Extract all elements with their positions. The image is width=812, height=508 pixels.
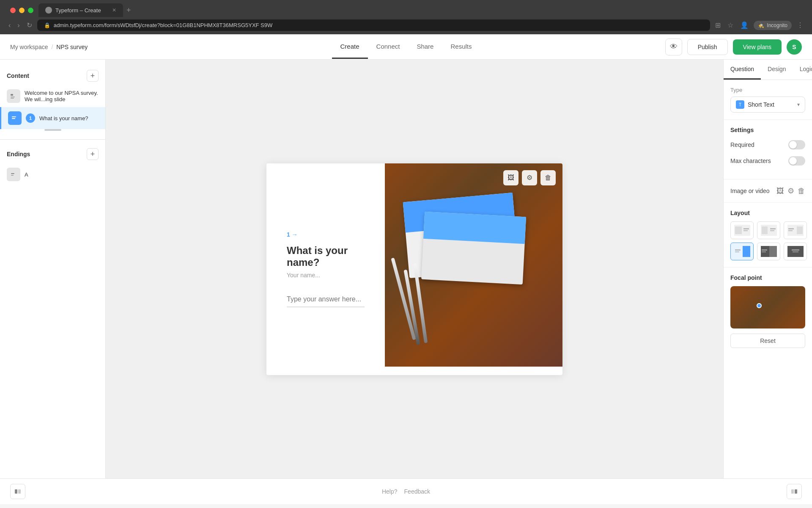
add-content-button[interactable]: + [87,70,99,82]
svg-rect-31 [18,489,21,494]
toggle-panel-button[interactable] [10,484,25,499]
focal-section: Focal point Reset [724,267,812,355]
svg-rect-16 [797,226,803,234]
avatar[interactable]: S [787,39,802,55]
image-add-button[interactable]: 🖼 [776,186,784,196]
view-plans-button[interactable]: View plans [733,39,782,55]
max-characters-toggle[interactable] [788,156,805,166]
endings-label: Endings [7,151,30,157]
bottom-center: Help? Feedback [382,488,430,495]
profile-button[interactable]: 👤 [738,19,750,31]
breadcrumb-workspace[interactable]: My workspace [10,44,48,50]
browser-menu-button[interactable]: ⋮ [795,19,805,31]
svg-rect-9 [743,228,749,229]
svg-rect-12 [762,226,768,234]
forward-button[interactable]: › [16,20,21,31]
preview-button[interactable]: 👁 [665,39,682,55]
ssl-lock-icon: 🔒 [44,22,50,28]
type-value: Short Text [748,101,774,108]
tab-connect[interactable]: Connect [368,35,409,59]
svg-rect-29 [793,251,798,252]
question-content: 1 → What is your name? Your name... [266,163,385,375]
svg-rect-28 [792,249,799,251]
layout-btn-split[interactable] [757,221,780,239]
envelope-container [398,180,550,350]
image-toolbar: 🖼 ⚙ 🗑 [503,170,556,185]
layout-btn-right-image[interactable] [784,221,807,239]
tab-create[interactable]: Create [332,35,368,59]
help-link[interactable]: Help? [382,488,398,495]
image-video-label: Image or video 🖼 ⚙ 🗑 [730,186,805,196]
right-tab-design[interactable]: Design [761,60,793,80]
svg-rect-6 [11,175,14,176]
focal-preview[interactable] [730,286,805,329]
tab-close-button[interactable]: ✕ [112,7,116,13]
question-image-bg [385,163,562,367]
right-tab-question[interactable]: Question [724,60,761,80]
traffic-light-yellow[interactable] [19,8,25,13]
tab-title: Typeform – Create [55,7,101,14]
nav-actions: 👁 Publish View plans S [538,39,802,55]
nav-tabs: Create Connect Share Results [274,35,538,59]
top-nav: My workspace / NPS survey Create Connect… [0,34,812,60]
svg-rect-17 [788,228,794,229]
svg-rect-21 [735,249,741,251]
reset-button[interactable]: Reset [730,334,805,348]
svg-rect-20 [743,246,750,257]
sidebar: Content + Welcome to our NPSA survey. We… [0,60,106,478]
layout-btn-full-dark[interactable] [784,243,807,260]
address-bar[interactable]: 🔒 admin.typeform.com/form/sWDtsfDj/creat… [37,19,710,31]
image-replace-button[interactable]: 🖼 [503,170,518,185]
tab-results[interactable]: Results [442,35,480,59]
refresh-button[interactable]: ↻ [25,19,34,31]
canvas: 1 → What is your name? Your name... [106,60,723,478]
star-button[interactable]: ☆ [726,19,735,31]
endings-item[interactable]: A [0,163,105,185]
image-remove-button[interactable]: 🗑 [798,186,805,196]
right-tab-logic[interactable]: Logic [793,60,812,80]
endings-section-header: Endings + [0,145,105,163]
image-video-section: Image or video 🖼 ⚙ 🗑 [724,179,812,202]
drag-handle [44,129,61,131]
max-characters-label: Max characters [730,157,771,164]
layout-btn-dark-split[interactable] [757,243,780,260]
traffic-light-red[interactable] [10,8,16,13]
sidebar-item-question-1[interactable]: 1 What is your name? [0,107,105,129]
required-toggle[interactable] [788,140,805,149]
chevron-down-icon: ▾ [797,102,800,108]
image-settings-button[interactable]: ⚙ [787,186,794,196]
question-number-badge: 1 [26,113,35,123]
address-text: admin.typeform.com/form/sWDtsfDj/create?… [54,22,273,28]
svg-rect-30 [15,489,17,494]
envelope-2 [421,211,526,284]
question-subtitle: Your name... [287,272,365,279]
breadcrumb-survey[interactable]: NPS survey [56,44,88,50]
browser-tab[interactable]: Typeform – Create ✕ [38,3,123,17]
add-ending-button[interactable]: + [87,148,99,160]
question-card: 1 → What is your name? Your name... [266,163,562,375]
svg-rect-4 [12,118,15,119]
layout-section: Layout [724,202,812,267]
answer-input[interactable] [287,292,365,307]
layout-btn-image-left-active[interactable] [730,243,754,260]
back-button[interactable]: ‹ [7,20,12,31]
tab-share[interactable]: Share [408,35,442,59]
feedback-link[interactable]: Feedback [404,488,430,495]
settings-title: Settings [730,127,805,133]
sidebar-item-slide[interactable]: Welcome to our NPSA survey. We wil...ing… [0,85,105,107]
image-adjust-button[interactable]: ⚙ [522,170,537,185]
type-selector[interactable]: T Short Text ▾ [730,97,805,113]
new-tab-button[interactable]: + [123,4,134,17]
traffic-light-green[interactable] [28,8,33,13]
next-button[interactable] [787,484,802,499]
layout-btn-left-text[interactable] [730,221,754,239]
svg-rect-13 [770,228,776,229]
required-label: Required [730,141,754,148]
image-delete-button[interactable]: 🗑 [540,170,556,185]
extensions-button[interactable]: ⊞ [713,19,722,31]
tab-favicon [45,7,52,14]
sidebar-divider [0,139,105,140]
publish-button[interactable]: Publish [687,39,728,55]
incognito-icon: 🕵 [758,22,764,28]
question-image: 🖼 ⚙ 🗑 [385,163,562,367]
